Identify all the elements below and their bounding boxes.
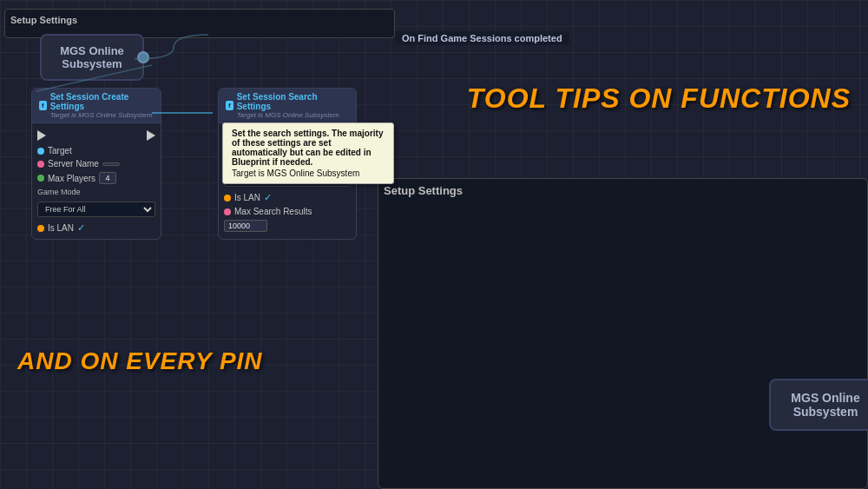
exec-row <box>32 127 161 144</box>
max-players-value-top[interactable]: 4 <box>99 172 116 184</box>
top-left-panel: Setup Settings MGS Online Subsystem f Se… <box>4 9 395 38</box>
server-name-pin-top <box>37 161 44 168</box>
function-tooltip: Set the search settings. The majority of… <box>222 122 394 184</box>
subsystem-node-top: MGS Online Subsystem <box>40 34 144 81</box>
find-sessions-label: On Find Game Sessions completed <box>395 31 569 45</box>
tool-tips-label: TOOL TIPS ON FUNCTIONS <box>467 83 851 115</box>
game-mode-dropdown-top[interactable]: Free For All <box>37 200 155 217</box>
is-lan-pin-search-top <box>224 195 231 202</box>
target-row-top: Target <box>32 144 161 157</box>
is-lan-row-search-top: Is LAN ✓ <box>219 190 356 205</box>
bottom-panel: Setup Settings MGS OnlineSubsystem f Set… <box>378 178 868 489</box>
max-search-pin-top <box>224 208 231 215</box>
max-search-value-container: 10000 <box>219 218 356 235</box>
server-name-row-top: Server Name <box>32 157 161 170</box>
max-players-pin-top <box>37 175 44 182</box>
exec-in-pin <box>37 130 46 141</box>
create-settings-node-top: f Set Session Create Settings Target is … <box>31 88 161 240</box>
func-icon: f <box>39 101 47 110</box>
exec-out-pin <box>147 130 155 141</box>
is-lan-pin-top <box>37 225 44 232</box>
create-settings-header-top: f Set Session Create Settings Target is … <box>32 89 161 123</box>
create-node-body-top: Target Server Name Max Players 4 Game Mo… <box>32 123 161 239</box>
subsystem-title-bottom: MGS OnlineSubsystem <box>781 391 868 419</box>
max-search-value-top[interactable]: 10000 <box>224 220 267 232</box>
max-search-row-top: Max Search Results <box>219 205 356 218</box>
target-pin-top <box>37 148 44 155</box>
every-pin-label: AND ON EVERY PIN <box>17 347 263 375</box>
bottom-panel-label: Setup Settings <box>384 184 862 197</box>
server-name-value-top[interactable] <box>102 162 120 166</box>
func-icon-2: f <box>226 101 233 110</box>
subsystem-title-top: MGS Online Subsystem <box>50 44 134 70</box>
max-players-row-top: Max Players 4 <box>32 170 161 186</box>
subsystem-node-bottom: MGS OnlineSubsystem <box>769 379 868 431</box>
tooltip-line1: Set the search settings. The majority of… <box>232 129 385 167</box>
search-settings-header-top: f Set Session Search Settings Target is … <box>219 89 356 123</box>
tooltip-line2: Target is MGS Online Subsystem <box>232 169 385 178</box>
is-lan-row-top: Is LAN ✓ <box>32 221 161 235</box>
game-mode-label-top: Game Mode <box>32 186 161 198</box>
top-left-panel-label: Setup Settings <box>10 15 389 25</box>
